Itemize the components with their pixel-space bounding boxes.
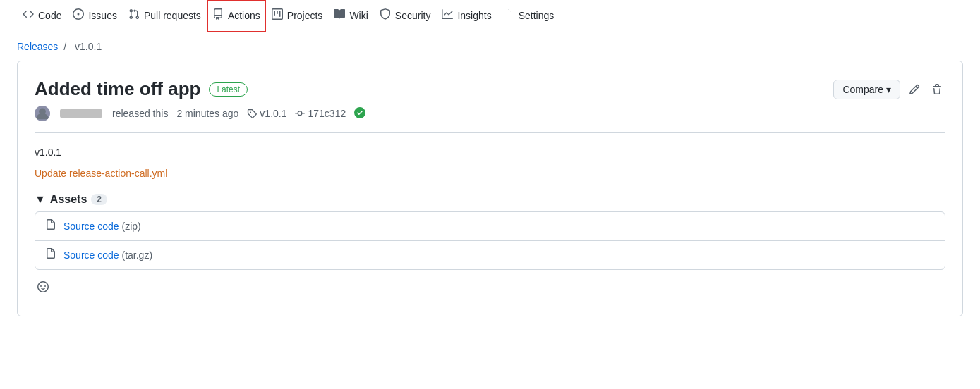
nav-projects-label: Projects — [287, 10, 323, 21]
assets-section: ▼ Assets 2 Source code (zip) — [35, 193, 945, 299]
asset-item: Source code (zip) — [35, 212, 945, 241]
assets-list: Source code (zip) Source code (tar.gz) — [35, 211, 945, 270]
issues-icon — [73, 8, 84, 22]
triangle-icon: ▼ — [35, 193, 46, 206]
commit-link[interactable]: 171c312 — [308, 108, 346, 119]
compare-button[interactable]: Compare ▾ — [833, 80, 900, 99]
source-code-targz-label: Source code — [63, 249, 119, 261]
nav-pull-requests[interactable]: Pull requests — [123, 0, 207, 32]
tag-icon — [247, 109, 257, 118]
nav-settings[interactable]: Settings — [497, 0, 560, 32]
insights-icon — [442, 8, 453, 22]
zip-file-icon — [45, 219, 56, 233]
asset-item-targz: Source code (tar.gz) — [35, 241, 945, 269]
commit-icon — [295, 109, 305, 118]
nav-actions[interactable]: Actions — [207, 0, 266, 32]
nav-code[interactable]: Code — [17, 0, 67, 32]
nav-issues[interactable]: Issues — [67, 0, 122, 32]
tag-link[interactable]: v1.0.1 — [260, 108, 286, 119]
smiley-icon — [37, 281, 49, 292]
delete-button[interactable] — [928, 81, 945, 98]
targz-format: (tar.gz) — [122, 249, 153, 261]
release-card: Added time off app Latest Compare ▾ — [17, 61, 963, 316]
pull-requests-icon — [128, 8, 140, 22]
release-title: Added time off app — [35, 78, 200, 100]
wiki-icon — [334, 8, 345, 22]
actions-icon — [212, 8, 224, 22]
release-title-row: Added time off app Latest — [35, 78, 248, 100]
nav-security[interactable]: Security — [374, 0, 437, 32]
version-line: v1.0.1 — [35, 144, 945, 160]
nav-actions-label: Actions — [228, 10, 260, 21]
pencil-icon — [909, 84, 920, 95]
nav-insights[interactable]: Insights — [436, 0, 497, 32]
code-icon — [23, 8, 34, 22]
username-blurred — [60, 109, 102, 118]
nav-issues-label: Issues — [88, 10, 116, 21]
nav-security-label: Security — [395, 10, 431, 21]
projects-icon — [272, 8, 283, 22]
breadcrumb-current: v1.0.1 — [75, 41, 102, 52]
release-commit: 171c312 — [295, 108, 346, 119]
emoji-reaction-button[interactable] — [35, 278, 52, 299]
source-code-zip-label: Source code — [63, 221, 119, 232]
source-code-zip-link[interactable]: Source code (zip) — [63, 221, 141, 232]
commit-message: Update release-action-call.yml — [35, 166, 945, 181]
release-actions: Compare ▾ — [833, 80, 945, 99]
nav-code-label: Code — [38, 10, 61, 21]
breadcrumb-separator: / — [63, 41, 69, 52]
chevron-down-icon: ▾ — [886, 84, 891, 95]
released-text: released this — [112, 108, 168, 119]
trash-icon — [931, 84, 943, 95]
nav-wiki-label: Wiki — [349, 10, 368, 21]
nav-pull-requests-label: Pull requests — [144, 10, 201, 21]
settings-icon — [503, 8, 514, 22]
assets-count: 2 — [91, 194, 107, 205]
nav-wiki[interactable]: Wiki — [328, 0, 373, 32]
time-ago: 2 minutes ago — [176, 108, 238, 119]
assets-header[interactable]: ▼ Assets 2 — [35, 193, 945, 206]
compare-label: Compare — [842, 84, 883, 95]
nav-settings-label: Settings — [519, 10, 555, 21]
main-content: Added time off app Latest Compare ▾ — [0, 61, 980, 333]
zip-format: (zip) — [122, 221, 141, 232]
edit-button[interactable] — [906, 81, 923, 98]
nav-projects[interactable]: Projects — [266, 0, 329, 32]
status-check-icon — [354, 107, 365, 121]
assets-label: Assets — [50, 193, 87, 206]
top-navigation: Code Issues Pull requests Actions Projec… — [0, 0, 980, 32]
avatar — [35, 106, 50, 121]
latest-badge: Latest — [209, 82, 248, 97]
release-tag: v1.0.1 — [247, 108, 286, 119]
release-body: v1.0.1 Update release-action-call.yml — [35, 144, 945, 182]
source-code-targz-link[interactable]: Source code (tar.gz) — [63, 249, 152, 261]
targz-file-icon — [45, 248, 56, 262]
releases-link[interactable]: Releases — [17, 41, 58, 52]
release-meta: released this 2 minutes ago v1.0.1 171c3… — [35, 106, 945, 121]
breadcrumb: Releases / v1.0.1 — [0, 32, 980, 61]
release-header: Added time off app Latest Compare ▾ — [35, 78, 945, 100]
release-divider — [35, 132, 945, 133]
security-icon — [380, 8, 391, 22]
nav-insights-label: Insights — [457, 10, 491, 21]
